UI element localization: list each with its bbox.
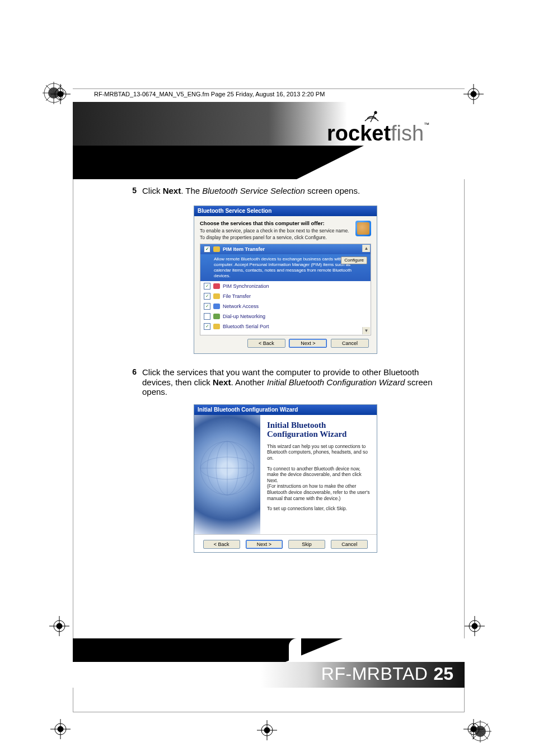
step-6: 6 Click the services that you want the c… (129, 367, 442, 396)
content-area: 5 Click Next. The Bluetooth Service Sele… (73, 178, 465, 558)
checkbox-icon[interactable] (204, 313, 210, 320)
selected-service-desc: Allow remote Bluetooth devices to exchan… (200, 254, 371, 281)
wizard-p1: This wizard can help you set up connecti… (267, 444, 370, 461)
dialog-bluetooth-service-selection: Bluetooth Service Selection Choose the s… (194, 206, 377, 354)
step-number: 5 (129, 186, 137, 195)
service-icon (213, 283, 220, 289)
crop-mark-tr (463, 84, 484, 104)
service-item[interactable]: Dial-up Networking (200, 311, 371, 321)
footer-gradient: RF-MRBTAD 25 (73, 662, 465, 688)
crop-mark-ml (49, 616, 69, 636)
checkbox-icon[interactable] (204, 283, 210, 290)
selected-service-title[interactable]: PIM Item Transfer (200, 244, 371, 254)
crop-mark-bc (257, 720, 277, 740)
step-text: Click the services that you want the com… (142, 367, 442, 396)
checkbox-icon[interactable] (204, 323, 210, 330)
scroll-up-icon[interactable]: ▲ (362, 245, 370, 252)
checkbox-icon[interactable] (204, 246, 210, 253)
service-item[interactable]: Bluetooth Serial Port (200, 321, 371, 332)
step-5: 5 Click Next. The Bluetooth Service Sele… (129, 186, 442, 195)
header-black-bar (73, 146, 465, 179)
next-button[interactable]: Next > (289, 339, 327, 348)
dialog-heading: Choose the services that this computer w… (200, 220, 325, 226)
scroll-down-icon[interactable]: ▼ (362, 327, 370, 334)
dialog-initial-bluetooth-wizard: Initial Bluetooth Configuration Wizard I… (194, 404, 377, 553)
dialog-subtext-2: To display the properties panel for a se… (200, 235, 352, 240)
checkbox-icon[interactable] (204, 293, 210, 300)
crop-mark-tl (50, 84, 71, 104)
pdf-header-text: RF-MRBTAD_13-0674_MAN_V5_ENG.fm Page 25 … (94, 91, 325, 97)
service-icon (213, 293, 220, 299)
wizard-side-graphic (194, 415, 260, 534)
checkbox-icon[interactable] (204, 303, 210, 310)
footer-page: 25 (433, 664, 453, 684)
footer-model: RF-MRBTAD (321, 664, 428, 684)
crop-mark-bl (50, 719, 71, 739)
brand-logo: rocketfish™ (327, 116, 450, 146)
dialog-title: Bluetooth Service Selection (194, 206, 377, 216)
back-button[interactable]: < Back (247, 339, 285, 348)
brand-text: rocketfish™ (327, 122, 429, 146)
service-item[interactable]: PIM Synchronization (200, 281, 371, 291)
step-text: Click Next. The Bluetooth Service Select… (142, 186, 442, 195)
service-item[interactable]: File Transfer (200, 291, 371, 301)
wizard-heading: Initial Bluetooth Configuration Wizard (267, 421, 370, 439)
service-icon (213, 324, 220, 329)
footer-banner: RF-MRBTAD 25 (73, 636, 465, 688)
service-item[interactable]: Network Access (200, 301, 371, 311)
cancel-button[interactable]: Cancel (331, 540, 368, 549)
svg-point-40 (374, 111, 377, 114)
wizard-p2: To connect to another Bluetooth device n… (267, 466, 370, 502)
cancel-button[interactable]: Cancel (331, 339, 369, 348)
next-button[interactable]: Next > (246, 540, 283, 549)
bluetooth-icon (355, 221, 371, 236)
service-icon (213, 314, 220, 319)
header-rule (73, 88, 465, 89)
back-button[interactable]: < Back (203, 540, 240, 549)
step-number: 6 (129, 367, 137, 396)
service-icon (213, 304, 220, 309)
crop-mark-br (463, 719, 484, 739)
footer-label: RF-MRBTAD 25 (321, 664, 453, 684)
dialog-title: Initial Bluetooth Configuration Wizard (194, 405, 377, 415)
service-list: ▲ ▼ PIM Item Transfer Allow remote Bluet… (200, 244, 371, 335)
service-icon (213, 246, 220, 252)
antenna-icon (359, 111, 382, 122)
skip-button[interactable]: Skip (288, 540, 325, 549)
wizard-p3: To set up connections later, click Skip. (267, 506, 370, 512)
dialog-subtext-1: To enable a service, place a check in th… (200, 228, 352, 234)
configure-button[interactable]: Configure (341, 256, 367, 264)
crop-mark-mr (465, 616, 485, 636)
footer-black-bar (73, 638, 465, 662)
footer-curve (289, 638, 301, 662)
